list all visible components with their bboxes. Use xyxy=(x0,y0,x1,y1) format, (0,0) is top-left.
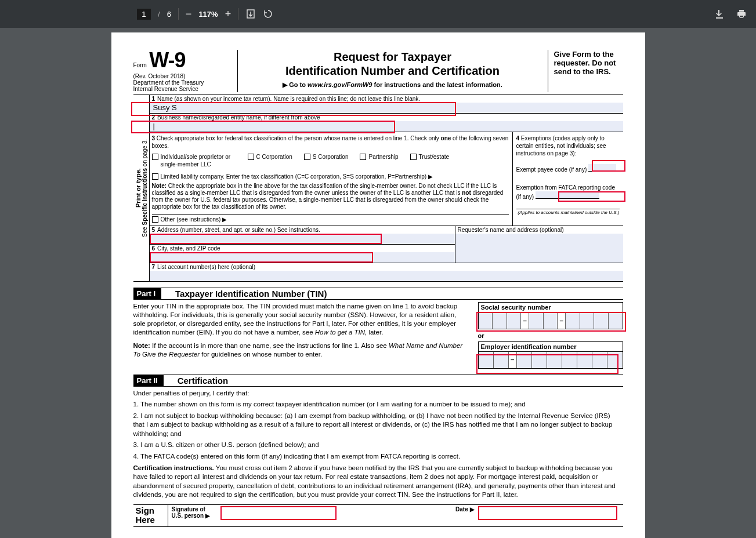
llc-note: Note: Check the appropriate box in the l… xyxy=(152,183,509,210)
part2-tag: Part II xyxy=(133,375,164,386)
checkbox-scorp[interactable]: S Corporation xyxy=(304,153,349,161)
zoom-out-button[interactable]: − xyxy=(186,8,192,20)
line6-label: 6City, state, and ZIP code xyxy=(150,245,455,252)
part2-header: Part II Certification xyxy=(133,375,623,387)
identity-section: Print or type.See Specific Instructions … xyxy=(133,95,623,282)
exempt-payee-row: Exempt payee code (if any) xyxy=(516,164,620,173)
checkbox-llc[interactable]: Limited liability company. Enter the tax… xyxy=(152,173,509,180)
account-numbers-input[interactable] xyxy=(150,271,623,281)
dept-label: Department of the Treasury xyxy=(133,79,233,86)
sign-here-label: Sign Here xyxy=(133,505,168,526)
cert-item2: 2. I am not subject to backup withholdin… xyxy=(133,412,623,439)
form-label: Form xyxy=(133,62,147,68)
business-name-input[interactable]: | xyxy=(150,121,623,132)
highlight-box xyxy=(220,506,337,520)
line7-label: 7List account number(s) here (optional) xyxy=(150,263,623,271)
fatca-row: Exemption from FATCA reporting code (if … xyxy=(516,184,620,201)
cert-item4: 4. The FATCA code(s) entered on this for… xyxy=(133,452,623,461)
part1-header: Part I Taxpayer Identification Number (T… xyxy=(133,288,623,300)
zoom-level: 117% xyxy=(198,10,218,19)
part1-title: Taxpayer Identification Number (TIN) xyxy=(175,289,327,299)
toolbar-divider xyxy=(238,8,238,20)
form-number: W-9 xyxy=(149,48,185,72)
goto-line: ▶ Go to www.irs.gov/FormW9 for instructi… xyxy=(244,81,542,89)
line4-label: 4 Exemptions (codes apply only to certai… xyxy=(516,134,620,157)
line1-label: 1Name (as shown on your income tax retur… xyxy=(150,95,623,103)
irs-label: Internal Revenue Service xyxy=(133,86,233,92)
download-icon[interactable] xyxy=(714,9,725,19)
fit-page-icon[interactable] xyxy=(245,9,256,19)
line5-label: 5Address (number, street, and apt. or su… xyxy=(150,226,455,234)
highlight-box xyxy=(478,506,617,520)
form-revision: (Rev. October 2018) xyxy=(133,73,233,79)
cert-item1: 1. The number shown on this form is my c… xyxy=(133,400,623,409)
part1-tag: Part I xyxy=(133,288,162,299)
date-input[interactable] xyxy=(478,505,623,526)
give-form-note: Give Form to the requester. Do not send … xyxy=(548,50,623,92)
form-title-1: Request for Taxpayer xyxy=(244,50,542,64)
name-input[interactable]: Susy S xyxy=(150,103,623,113)
requester-label: Requester's name and address (optional) xyxy=(455,226,623,234)
pdf-viewport[interactable]: Form W-9 (Rev. October 2018) Department … xyxy=(0,28,756,538)
line2-label: 2Business name/disregarded entity name, … xyxy=(150,114,623,121)
sign-row: Sign Here Signature of U.S. person ▶ Dat… xyxy=(133,504,623,527)
rotate-icon[interactable] xyxy=(263,9,273,19)
ssn-label: Social security number xyxy=(478,302,623,312)
vertical-instructions: Print or type.See Specific Instructions … xyxy=(133,137,149,239)
page-separator: / xyxy=(158,10,160,19)
line3-label: 3 Check appropriate box for federal tax … xyxy=(152,134,509,150)
ssn-input[interactable]: – – xyxy=(478,312,623,329)
requester-input[interactable] xyxy=(455,234,623,263)
zoom-in-button[interactable]: + xyxy=(225,8,231,20)
exempt-payee-input[interactable] xyxy=(588,164,616,172)
signature-of-label: Signature of U.S. person ▶ xyxy=(168,505,220,526)
page-number-input[interactable] xyxy=(137,9,151,20)
form-header: Form W-9 (Rev. October 2018) Department … xyxy=(133,50,623,95)
part1-note: Note: If the account is in more than one… xyxy=(133,341,469,359)
or-label: or xyxy=(478,332,623,340)
toolbar-divider xyxy=(178,8,179,20)
cert-instructions: Certification instructions. You must cro… xyxy=(133,464,623,500)
part2-title: Certification xyxy=(178,376,229,386)
checkbox-other[interactable]: Other (see instructions) ▶ xyxy=(152,214,509,223)
form-title-2: Identification Number and Certification xyxy=(244,64,542,78)
checkbox-ccorp[interactable]: C Corporation xyxy=(248,153,292,161)
address-input[interactable] xyxy=(150,234,455,244)
ein-label: Employer identification number xyxy=(478,341,623,351)
applies-note: (Applies to accounts maintained outside … xyxy=(516,209,620,216)
print-icon[interactable] xyxy=(736,9,747,19)
cert-intro: Under penalties of perjury, I certify th… xyxy=(133,389,623,398)
part1-para: Enter your TIN in the appropriate box. T… xyxy=(133,302,469,337)
page-total: 6 xyxy=(167,10,171,19)
checkbox-individual[interactable]: Individual/sole proprietor or single-mem… xyxy=(152,153,236,168)
signature-input[interactable] xyxy=(220,505,453,526)
ein-input[interactable]: – xyxy=(478,351,623,369)
date-label: Date ▶ xyxy=(452,505,478,526)
checkbox-trust[interactable]: Trust/estate xyxy=(410,153,449,161)
checkbox-partnership[interactable]: Partnership xyxy=(360,153,398,161)
pdf-toolbar: / 6 − 117% + xyxy=(0,0,756,28)
city-state-zip-input[interactable] xyxy=(150,252,455,263)
fatca-code-input[interactable] xyxy=(536,191,599,199)
cert-item3: 3. I am a U.S. citizen or other U.S. per… xyxy=(133,441,623,450)
pdf-page: Form W-9 (Rev. October 2018) Department … xyxy=(111,32,645,538)
